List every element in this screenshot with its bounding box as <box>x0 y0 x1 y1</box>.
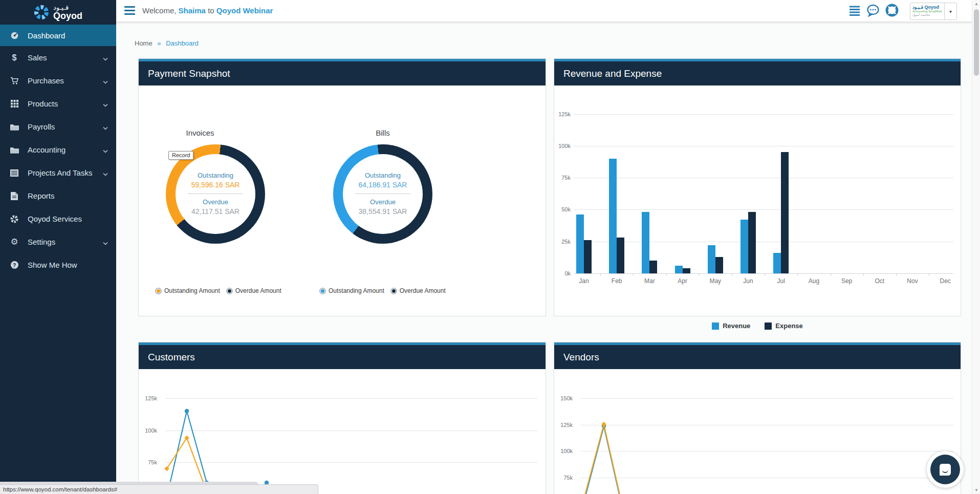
sidebar-nav: Dashboard$SalesPurchasesProductsPayrolls… <box>0 25 116 276</box>
user-name: Shaima <box>179 6 206 15</box>
x-axis-label: Jan <box>574 277 594 285</box>
legend-label: Overdue Amount <box>400 287 446 294</box>
legend-item-revenue[interactable]: Revenue <box>712 322 750 330</box>
x-axis-tick <box>863 273 864 276</box>
sidebar-item-purchases[interactable]: Purchases <box>0 69 116 92</box>
chevron-down-icon <box>103 168 108 177</box>
x-axis-label: Oct <box>869 277 890 285</box>
x-axis-tick <box>568 273 568 276</box>
vendors-chart[interactable]: 150k125k100k75k <box>554 369 961 494</box>
account-logo-dropdown[interactable]: قـيـود Qoyod Accounting Simplified محاسب… <box>910 3 957 20</box>
org-link[interactable]: Qoyod Webinar <box>216 6 273 15</box>
expense-bar-jun[interactable] <box>748 212 756 273</box>
legend-item[interactable]: Outstanding Amount <box>155 287 220 294</box>
legend-item-expense[interactable]: Expense <box>765 322 802 330</box>
chart-legend: RevenueExpense <box>554 322 961 330</box>
revenue-bar-feb[interactable] <box>609 159 617 273</box>
expense-bar-mar[interactable] <box>649 261 657 273</box>
revenue-bar-may[interactable] <box>708 245 715 273</box>
legend-item[interactable]: Overdue Amount <box>390 287 446 294</box>
x-axis-label: Mar <box>639 277 660 285</box>
gridline <box>574 209 953 210</box>
help-icon[interactable] <box>885 4 899 17</box>
sidebar-item-label: Purchases <box>28 76 64 85</box>
list-icon[interactable] <box>848 4 861 17</box>
chevron-down-icon <box>103 145 108 154</box>
revenue-expense-chart[interactable]: 0k25k50k75k100k125kJanFebMarAprMayJunJul… <box>554 85 961 317</box>
welcome-message: Welcome, Shaima to Qoyod Webinar <box>142 6 273 15</box>
sidebar-item-show-me-how[interactable]: ?Show Me How <box>0 253 116 276</box>
account-logo: قـيـود Qoyod Accounting Simplified محاسب… <box>910 3 944 19</box>
sidebar-item-sales[interactable]: $Sales <box>0 46 116 69</box>
sidebar-item-reports[interactable]: Reports <box>0 184 116 207</box>
revenue-bar-jan[interactable] <box>576 214 584 273</box>
expense-bar-jan[interactable] <box>584 240 592 273</box>
revenue-bar-jun[interactable] <box>741 220 748 273</box>
y-axis-label: 100k <box>553 143 571 149</box>
sidebar-item-label: Sales <box>28 53 47 62</box>
gridline <box>574 242 953 242</box>
customers-title: Customers <box>139 345 546 369</box>
sidebar-item-label: Reports <box>28 191 55 200</box>
overdue-value: 38,554.91 SAR <box>359 207 407 216</box>
outstanding-label: Outstanding <box>198 171 233 179</box>
customers-card: Customers 125k100k75k <box>138 342 546 494</box>
chevron-down-icon[interactable]: ▾ <box>944 3 956 19</box>
y-axis-label: 75k <box>553 175 571 181</box>
sidebar-item-payrolls[interactable]: Payrolls <box>0 115 116 138</box>
qoyod-logo[interactable]: قـيـود Qoyod <box>0 0 116 25</box>
scroll-up-icon[interactable]: ▲ <box>972 2 980 6</box>
vertical-scrollbar[interactable]: ▲ ▼ <box>972 0 980 494</box>
expense-bar-may[interactable] <box>715 257 723 273</box>
top-header: Welcome, Shaima to Qoyod Webinar قـيـود … <box>116 0 972 22</box>
revenue-bar-apr[interactable] <box>675 266 683 273</box>
legend-item[interactable]: Overdue Amount <box>226 287 281 294</box>
question-icon: ? <box>8 261 20 269</box>
sidebar-item-products[interactable]: Products <box>0 92 116 115</box>
breadcrumb-home[interactable]: Home <box>135 39 153 47</box>
chat-icon[interactable] <box>866 4 880 17</box>
revenue-bar-mar[interactable] <box>642 212 649 273</box>
sidebar-item-projects-and-tasks[interactable]: Projects And Tasks <box>0 161 116 184</box>
outstanding-value: 59,596.16 SAR <box>191 181 240 189</box>
y-axis-label: 125k <box>553 111 571 117</box>
x-axis-tick <box>797 273 798 276</box>
x-axis-tick <box>699 273 700 276</box>
line-series <box>554 369 959 494</box>
x-axis-tick <box>732 273 732 276</box>
legend-label: Overdue Amount <box>235 287 281 294</box>
expense-bar-apr[interactable] <box>683 268 690 273</box>
expense-bar-jul[interactable] <box>781 152 789 273</box>
document-icon <box>8 192 20 200</box>
vendors-card: Vendors 150k125k100k75k <box>554 342 961 494</box>
sidebar-item-qoyod-services[interactable]: Qoyod Services <box>0 207 116 230</box>
bills-donut-chart[interactable]: Outstanding 64,186.91 SAR Overdue 38,554… <box>333 144 432 244</box>
customers-chart[interactable]: 125k100k75k <box>139 369 546 494</box>
expense-bar-feb[interactable] <box>617 238 624 273</box>
outstanding-value: 64,186.91 SAR <box>359 181 407 189</box>
vertical-scrollbar-thumb[interactable] <box>974 9 979 76</box>
sidebar-item-label: Dashboard <box>28 31 65 40</box>
x-axis-tick <box>765 273 765 276</box>
sidebar-item-dashboard[interactable]: Dashboard <box>0 25 116 46</box>
legend-item[interactable]: Outstanding Amount <box>319 287 384 294</box>
sidebar-item-accounting[interactable]: Accounting <box>0 138 116 161</box>
revenue-bar-jul[interactable] <box>773 253 781 273</box>
legend-swatch <box>319 288 326 294</box>
legend-label: Revenue <box>723 322 750 330</box>
sidebar-item-settings[interactable]: ⚙Settings <box>0 230 116 253</box>
chevron-down-icon <box>103 238 108 246</box>
legend-swatch <box>765 323 772 330</box>
brand-english: Qoyod <box>53 11 82 20</box>
chevron-down-icon <box>103 76 108 85</box>
x-axis-label: Apr <box>672 277 693 285</box>
gridline <box>574 146 953 146</box>
hamburger-menu-icon[interactable] <box>124 6 135 17</box>
qoyod-logo-icon <box>34 5 49 20</box>
overdue-value: 42,117.51 SAR <box>191 207 239 216</box>
gear-icon: ⚙ <box>8 237 20 247</box>
scroll-down-icon[interactable]: ▼ <box>972 488 980 492</box>
welcome-prefix: Welcome, <box>142 6 176 15</box>
chat-widget-button[interactable] <box>927 451 964 488</box>
x-axis-tick <box>633 273 634 276</box>
